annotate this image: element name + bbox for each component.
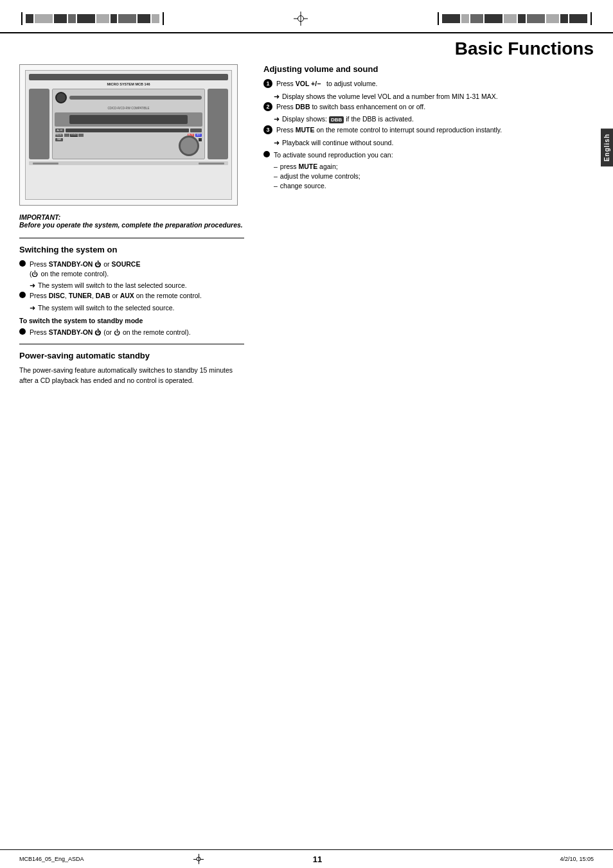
switching-bullet-1: Press STANDBY-ON ⏻ or SOURCE(⏻ on the re… xyxy=(19,260,244,278)
adjusting-arrow-3: ➜ Playback will continue without sound. xyxy=(274,139,594,146)
adjusting-item-1: 1 Press VOL +/− to adjust volume. xyxy=(263,79,594,89)
arrow-icon-5: ➜ xyxy=(274,139,280,146)
important-label: IMPORTANT: xyxy=(19,213,60,221)
adjusting-bullet-activate-text: To activate sound reproduction you can: xyxy=(274,150,594,160)
adjusting-item-3-text: Press MUTE on the remote control to inte… xyxy=(276,125,594,135)
standby-sub-heading: To switch the system to standby mode xyxy=(19,317,244,324)
adjusting-sub-item-3: – change source. xyxy=(274,182,594,190)
footer-right: 4/2/10, 15:05 xyxy=(560,856,594,862)
device-inner: MICRO SYSTEM MCB 146 CD/CD-R/CD-RW COMPA… xyxy=(25,70,232,200)
adjusting-section-heading: Adjusting volume and sound xyxy=(263,64,594,74)
page-title: Basic Functions xyxy=(455,39,594,58)
page-title-area: Basic Functions xyxy=(0,33,613,64)
english-language-tab: English xyxy=(601,128,613,166)
switching-bullet-3-text: Press STANDBY-ON ⏻ (or ⏻ on the remote c… xyxy=(30,328,244,337)
adjusting-item-2-text: Press DBB to switch bass enhancement on … xyxy=(276,102,594,112)
right-bar-segments xyxy=(436,12,594,25)
arrow-icon-2: ➜ xyxy=(30,304,35,312)
bullet-dot-3 xyxy=(19,328,26,335)
center-crosshair xyxy=(294,12,308,26)
device-compatible: CD/CD-R/CD-RW COMPATIBLE xyxy=(53,106,204,111)
adjusting-arrow-1-text: Display shows the volume level VOL and a… xyxy=(282,93,498,100)
arrow-icon-3: ➜ xyxy=(274,93,280,100)
arrow-icon-1: ➜ xyxy=(30,281,35,289)
device-image: MICRO SYSTEM MCB 146 CD/CD-R/CD-RW COMPA… xyxy=(19,64,238,206)
footer-left: MCB146_05_Eng_ASDA xyxy=(19,856,84,862)
adjusting-item-1-text: Press VOL +/− to adjust volume. xyxy=(276,79,594,89)
top-decorative-bar xyxy=(0,0,613,33)
main-content: MICRO SYSTEM MCB 146 CD/CD-R/CD-RW COMPA… xyxy=(0,64,613,385)
switching-arrow-1: ➜ The system will switch to the last sel… xyxy=(30,281,244,289)
adjusting-sub-item-1-text: press MUTE again; xyxy=(280,163,338,170)
switching-section-heading: Switching the system on xyxy=(19,245,244,254)
adjusting-arrow-2-text: Display shows: DBB if the DBB is activat… xyxy=(282,115,414,123)
power-saving-heading: Power-saving automatic standby xyxy=(19,351,244,360)
adjusting-sub-item-2: – adjust the volume controls; xyxy=(274,172,594,180)
power-saving-text: The power-saving feature automatically s… xyxy=(19,366,244,386)
arrow-icon-4: ➜ xyxy=(274,115,280,123)
adjusting-sub-item-1: – press MUTE again; xyxy=(274,163,594,170)
important-text: Before you operate the system, complete … xyxy=(19,221,243,229)
adjusting-sub-item-3-text: change source. xyxy=(280,182,326,190)
bullet-dot-1 xyxy=(19,260,26,267)
left-bar-segments xyxy=(19,12,166,25)
bottom-bar: MCB146_05_Eng_ASDA 11 4/2/10, 15:05 xyxy=(0,849,613,868)
adjusting-item-3: 3 Press MUTE on the remote control to in… xyxy=(263,125,594,135)
num-circle-1: 1 xyxy=(263,79,272,88)
switching-bullet-2-text: Press DISC, TUNER, DAB or AUX on the rem… xyxy=(30,291,244,301)
adjusting-arrow-3-text: Playback will continue without sound. xyxy=(282,139,393,146)
switching-arrow-1-text: The system will switch to the last selec… xyxy=(38,281,187,289)
section-divider-1 xyxy=(19,238,244,238)
left-column: MICRO SYSTEM MCB 146 CD/CD-R/CD-RW COMPA… xyxy=(19,64,257,385)
adjusting-arrow-2-suffix: if the DBB is activated. xyxy=(346,115,414,123)
switching-bullet-3: Press STANDBY-ON ⏻ (or ⏻ on the remote c… xyxy=(19,328,244,337)
right-column: Adjusting volume and sound 1 Press VOL +… xyxy=(257,64,594,385)
important-note: IMPORTANT: Before you operate the system… xyxy=(19,213,244,229)
switching-arrow-2: ➜ The system will switch to the selected… xyxy=(30,304,244,312)
num-circle-2: 2 xyxy=(263,102,272,111)
page-number: 11 xyxy=(313,855,322,864)
adjusting-arrow-2: ➜ Display shows: DBB if the DBB is activ… xyxy=(274,115,594,123)
num-circle-3: 3 xyxy=(263,125,272,134)
adjusting-arrow-1: ➜ Display shows the volume level VOL and… xyxy=(274,93,594,100)
adjusting-bullet-activate: To activate sound reproduction you can: xyxy=(263,150,594,160)
dbb-badge: DBB xyxy=(329,116,344,123)
switching-arrow-2-text: The system will switch to the selected s… xyxy=(38,304,174,312)
switching-bullet-2: Press DISC, TUNER, DAB or AUX on the rem… xyxy=(19,291,244,301)
device-logo: MICRO SYSTEM MCB 146 xyxy=(26,82,231,87)
bottom-crosshair xyxy=(193,854,204,864)
adjusting-item-2: 2 Press DBB to switch bass enhancement o… xyxy=(263,102,594,112)
adjusting-sub-item-2-text: adjust the volume controls; xyxy=(280,172,360,180)
bullet-dot-2 xyxy=(19,292,26,298)
switching-bullet-1-text: Press STANDBY-ON ⏻ or SOURCE(⏻ on the re… xyxy=(30,260,244,278)
bullet-dot-activate xyxy=(263,151,270,157)
section-divider-2 xyxy=(19,344,244,344)
